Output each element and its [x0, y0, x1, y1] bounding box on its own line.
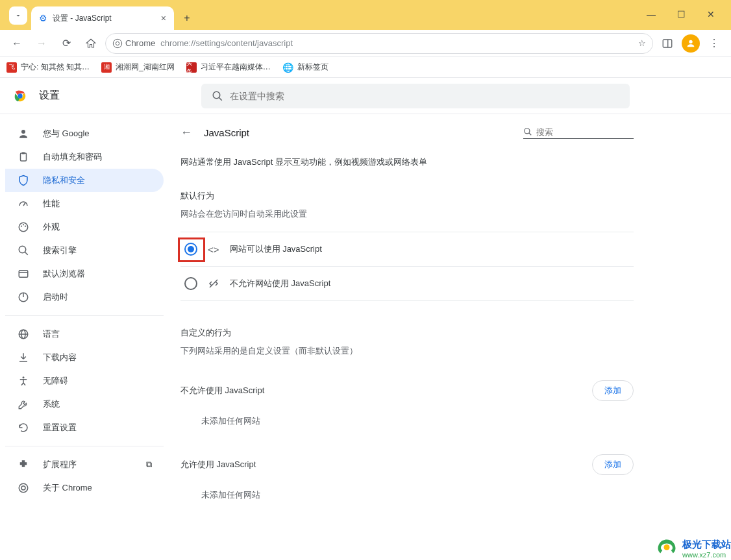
shield-icon — [17, 175, 30, 186]
sidebar-item-system[interactable]: 系统 — [5, 393, 164, 416]
settings-app-title: 设置 — [39, 89, 60, 103]
chrome-outline-icon — [17, 482, 30, 494]
svg-point-8 — [213, 91, 220, 99]
reload-button[interactable]: ⟳ — [56, 33, 77, 54]
back-button[interactable]: ← — [6, 33, 27, 54]
clipboard-icon — [17, 151, 30, 163]
site-info[interactable]: Chrome — [112, 38, 155, 49]
download-icon — [17, 352, 30, 363]
new-tab-button[interactable]: + — [178, 9, 196, 27]
chevron-down-icon — [14, 12, 22, 19]
settings-content: ← JavaScript 网站通常使用 JavaScript 显示互动功能，例如… — [169, 114, 731, 560]
globe-icon: 🌐 — [282, 62, 293, 73]
svg-rect-12 — [22, 152, 25, 154]
svg-rect-20 — [19, 271, 28, 278]
radio-button-checked[interactable] — [184, 243, 197, 256]
back-arrow-button[interactable]: ← — [180, 126, 192, 140]
svg-point-28 — [19, 483, 28, 493]
close-window-button[interactable]: ✕ — [696, 4, 726, 25]
person-icon — [17, 128, 30, 140]
address-bar[interactable]: Chrome chrome://settings/content/javascr… — [105, 33, 653, 54]
sidebar-item-extensions[interactable]: 扩展程序 ⧉ — [5, 453, 164, 476]
svg-point-4 — [689, 40, 692, 43]
page-search-input[interactable] — [536, 127, 627, 137]
search-icon — [523, 127, 532, 136]
page-search[interactable] — [523, 127, 634, 139]
settings-sidebar: 您与 Google 自动填充和密码 隐私和安全 性能 外观 搜索引擎 默认浏览器 — [0, 114, 169, 560]
radio-allow-js[interactable]: <> 网站可以使用 JavaScript — [180, 232, 634, 266]
sidebar-item-appearance[interactable]: 外观 — [5, 215, 164, 239]
close-tab-button[interactable]: × — [161, 13, 166, 23]
settings-header: 设置 — [0, 78, 731, 114]
maximize-button[interactable]: ☐ — [666, 4, 696, 25]
svg-point-29 — [21, 486, 25, 490]
bookmark-item[interactable]: 湘 湘潮网_湖南红网 — [101, 62, 175, 73]
sidebar-item-about[interactable]: 关于 Chrome — [5, 476, 164, 500]
search-icon — [17, 245, 30, 256]
sidebar-item-autofill[interactable]: 自动填充和密码 — [5, 145, 164, 169]
person-icon — [686, 38, 696, 49]
tab-title: 设置 - JavaScript — [53, 13, 156, 24]
panel-button[interactable] — [657, 33, 678, 54]
block-list-empty: 未添加任何网站 — [180, 406, 634, 443]
svg-point-10 — [21, 130, 25, 134]
watermark: 极光下载站 www.xz7.com — [655, 537, 731, 560]
watermark-logo-icon — [655, 537, 678, 560]
search-icon — [212, 90, 223, 102]
window-controls: — ☐ ✕ — [636, 0, 726, 25]
browser-tab[interactable]: ⚙ 设置 - JavaScript × — [31, 6, 174, 30]
panel-icon — [662, 38, 673, 49]
settings-search-input[interactable] — [230, 91, 619, 101]
sidebar-separator — [5, 315, 164, 316]
tab-list-dropdown[interactable] — [9, 6, 27, 25]
svg-line-13 — [23, 203, 25, 206]
bookmark-item[interactable]: 飞 宁心: 知其然 知其… — [6, 62, 90, 73]
bookmark-favicon: 头条 — [186, 62, 197, 73]
forward-button[interactable]: → — [31, 33, 52, 54]
sidebar-item-languages[interactable]: 语言 — [5, 323, 164, 346]
sidebar-separator — [5, 446, 164, 446]
home-icon — [85, 38, 97, 49]
sidebar-item-downloads[interactable]: 下载内容 — [5, 346, 164, 369]
sidebar-item-you-and-google[interactable]: 您与 Google — [5, 122, 164, 145]
sidebar-item-default-browser[interactable]: 默认浏览器 — [5, 262, 164, 286]
bookmark-item[interactable]: 头条 习近平在越南媒体… — [186, 62, 271, 73]
chrome-icon — [112, 38, 123, 49]
menu-button[interactable]: ⋮ — [704, 33, 725, 54]
block-list-header: 不允许使用 JavaScript 添加 — [180, 369, 634, 406]
sidebar-item-reset[interactable]: 重置设置 — [5, 416, 164, 439]
wrench-icon — [17, 398, 30, 410]
browser-titlebar: ⚙ 设置 - JavaScript × + — ☐ ✕ — [0, 0, 731, 30]
extension-icon — [17, 459, 30, 470]
power-icon — [17, 291, 30, 303]
sidebar-item-performance[interactable]: 性能 — [5, 192, 164, 215]
sidebar-item-accessibility[interactable]: 无障碍 — [5, 369, 164, 393]
svg-point-18 — [19, 246, 26, 253]
svg-point-0 — [113, 39, 121, 47]
default-behavior-heading: 默认行为 — [180, 190, 634, 202]
sidebar-item-privacy[interactable]: 隐私和安全 — [5, 169, 164, 192]
sidebar-item-search-engine[interactable]: 搜索引擎 — [5, 239, 164, 262]
add-allow-site-button[interactable]: 添加 — [592, 454, 634, 475]
minimize-button[interactable]: — — [636, 4, 666, 25]
bookmark-star-button[interactable]: ☆ — [633, 38, 646, 48]
home-button[interactable] — [81, 33, 101, 54]
settings-search[interactable] — [201, 84, 630, 108]
radio-block-js[interactable]: 不允许网站使用 JavaScript — [180, 266, 634, 301]
sidebar-item-on-startup[interactable]: 启动时 — [5, 286, 164, 309]
svg-point-27 — [23, 376, 25, 378]
bookmark-item[interactable]: 🌐 新标签页 — [282, 62, 328, 73]
code-off-icon — [208, 278, 219, 289]
intro-text: 网站通常使用 JavaScript 显示互动功能，例如视频游戏或网络表单 — [180, 156, 634, 168]
svg-point-30 — [525, 128, 530, 134]
settings-body: 您与 Google 自动填充和密码 隐私和安全 性能 外观 搜索引擎 默认浏览器 — [0, 114, 731, 560]
profile-avatar[interactable] — [682, 34, 700, 53]
external-link-icon: ⧉ — [146, 459, 152, 470]
radio-button-unchecked[interactable] — [184, 277, 197, 290]
gear-icon: ⚙ — [39, 13, 47, 23]
custom-behavior-sub: 下列网站采用的是自定义设置（而非默认设置） — [180, 345, 634, 357]
speedometer-icon — [17, 198, 30, 210]
add-block-site-button[interactable]: 添加 — [592, 380, 634, 401]
chrome-logo-icon — [13, 89, 27, 103]
reset-icon — [17, 422, 30, 433]
